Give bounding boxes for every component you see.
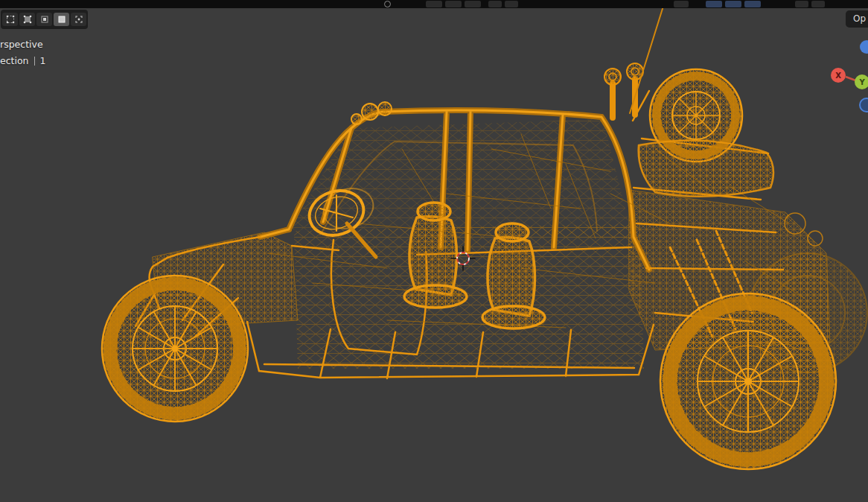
select-mode-group bbox=[1, 10, 88, 29]
shading-rendered-icon[interactable] bbox=[811, 1, 825, 7]
axis-z-ball[interactable] bbox=[860, 40, 868, 54]
svg-text:X: X bbox=[835, 72, 841, 80]
select-mode-icon-3[interactable] bbox=[36, 13, 52, 26]
snap-magnet-icon[interactable] bbox=[488, 1, 502, 7]
active-collection-label: ection1 bbox=[0, 55, 45, 66]
select-mode-icon-4[interactable] bbox=[54, 13, 69, 26]
view-perspective-label: rspective bbox=[0, 39, 43, 50]
gizmos-icon[interactable] bbox=[744, 1, 761, 7]
shading-solid-icon[interactable] bbox=[795, 1, 808, 7]
collection-name: ection bbox=[0, 55, 29, 66]
overlays-icon[interactable] bbox=[706, 1, 722, 7]
navigation-gizmo[interactable]: X Y bbox=[828, 36, 868, 115]
axis-z-neg-ball[interactable] bbox=[860, 98, 868, 112]
divider bbox=[34, 57, 35, 66]
svg-text:Y: Y bbox=[858, 78, 865, 86]
options-button[interactable]: Op bbox=[846, 10, 868, 28]
tool-settings-icon[interactable] bbox=[426, 1, 442, 7]
blender-viewport-window: Op rspective ection1 X Y bbox=[0, 0, 868, 502]
roof-lights[interactable] bbox=[351, 102, 392, 124]
front-wheel[interactable] bbox=[102, 276, 248, 422]
axis-y-ball[interactable]: Y bbox=[855, 74, 868, 89]
axis-x-ball[interactable]: X bbox=[831, 68, 846, 83]
cargo-bag[interactable] bbox=[639, 140, 773, 196]
pivot-icon[interactable] bbox=[465, 1, 481, 7]
mode-dropdown-icon[interactable] bbox=[384, 1, 391, 7]
collection-number: 1 bbox=[40, 55, 46, 66]
application-topbar bbox=[0, 0, 868, 8]
visibility-icon[interactable] bbox=[674, 1, 689, 7]
select-mode-icon-1[interactable] bbox=[2, 13, 18, 26]
viewport-3d-scene[interactable] bbox=[0, 0, 868, 502]
rear-wheel[interactable] bbox=[660, 293, 836, 469]
xray-icon[interactable] bbox=[725, 1, 741, 7]
orientation-icon[interactable] bbox=[445, 1, 462, 7]
proportional-edit-icon[interactable] bbox=[505, 1, 518, 7]
select-mode-icon-2[interactable] bbox=[19, 13, 35, 26]
select-mode-icon-5[interactable] bbox=[71, 13, 86, 26]
